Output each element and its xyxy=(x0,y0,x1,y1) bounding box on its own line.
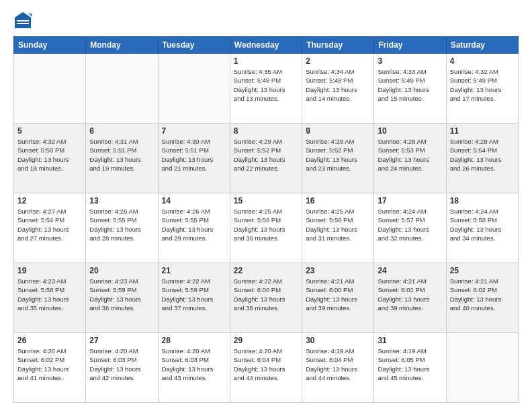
calendar-week-row: 1Sunrise: 4:35 AM Sunset: 5:48 PM Daylig… xyxy=(14,54,519,124)
day-info: Sunrise: 4:20 AM Sunset: 6:02 PM Dayligh… xyxy=(17,347,82,382)
calendar-cell: 23Sunrise: 4:21 AM Sunset: 6:00 PM Dayli… xyxy=(302,263,374,333)
calendar-cell: 16Sunrise: 4:25 AM Sunset: 5:56 PM Dayli… xyxy=(302,193,374,263)
calendar-cell: 7Sunrise: 4:30 AM Sunset: 5:51 PM Daylig… xyxy=(158,124,230,193)
calendar-cell: 4Sunrise: 4:32 AM Sunset: 5:49 PM Daylig… xyxy=(446,54,518,124)
day-number: 6 xyxy=(89,126,154,136)
calendar-cell: 2Sunrise: 4:34 AM Sunset: 5:48 PM Daylig… xyxy=(302,54,374,124)
day-number: 18 xyxy=(450,196,515,205)
day-info: Sunrise: 4:35 AM Sunset: 5:48 PM Dayligh… xyxy=(234,67,298,103)
calendar-week-row: 12Sunrise: 4:27 AM Sunset: 5:54 PM Dayli… xyxy=(14,193,519,263)
day-number: 21 xyxy=(162,266,226,275)
calendar-table: SundayMondayTuesdayWednesdayThursdayFrid… xyxy=(13,36,519,403)
day-number: 29 xyxy=(234,336,298,345)
day-number: 12 xyxy=(17,196,82,205)
svg-rect-2 xyxy=(17,20,29,21)
day-info: Sunrise: 4:20 AM Sunset: 6:03 PM Dayligh… xyxy=(89,347,154,382)
calendar-cell: 15Sunrise: 4:25 AM Sunset: 5:56 PM Dayli… xyxy=(230,193,302,263)
calendar-cell: 8Sunrise: 4:29 AM Sunset: 5:52 PM Daylig… xyxy=(230,124,302,193)
weekday-header-row: SundayMondayTuesdayWednesdayThursdayFrid… xyxy=(14,37,519,54)
day-number: 16 xyxy=(306,196,370,205)
day-info: Sunrise: 4:29 AM Sunset: 5:52 PM Dayligh… xyxy=(234,137,298,173)
day-number: 11 xyxy=(450,126,515,136)
day-info: Sunrise: 4:23 AM Sunset: 5:58 PM Dayligh… xyxy=(17,277,82,312)
day-number: 2 xyxy=(306,56,370,66)
calendar-cell: 1Sunrise: 4:35 AM Sunset: 5:48 PM Daylig… xyxy=(230,54,302,124)
calendar-cell: 31Sunrise: 4:19 AM Sunset: 6:05 PM Dayli… xyxy=(374,333,446,403)
calendar-week-row: 26Sunrise: 4:20 AM Sunset: 6:02 PM Dayli… xyxy=(14,333,519,403)
calendar-cell xyxy=(446,333,518,403)
day-info: Sunrise: 4:21 AM Sunset: 6:02 PM Dayligh… xyxy=(450,277,515,312)
calendar-cell: 20Sunrise: 4:23 AM Sunset: 5:59 PM Dayli… xyxy=(86,263,158,333)
day-number: 17 xyxy=(378,196,442,205)
day-info: Sunrise: 4:20 AM Sunset: 6:03 PM Dayligh… xyxy=(162,347,226,382)
weekday-header: Sunday xyxy=(14,37,86,54)
day-number: 8 xyxy=(234,126,298,136)
day-number: 28 xyxy=(162,336,226,345)
header xyxy=(13,11,519,30)
day-info: Sunrise: 4:21 AM Sunset: 6:00 PM Dayligh… xyxy=(306,277,370,312)
day-number: 22 xyxy=(234,266,298,275)
weekday-header: Monday xyxy=(86,37,158,54)
calendar-cell: 28Sunrise: 4:20 AM Sunset: 6:03 PM Dayli… xyxy=(158,333,230,403)
calendar-week-row: 19Sunrise: 4:23 AM Sunset: 5:58 PM Dayli… xyxy=(14,263,519,333)
weekday-header: Wednesday xyxy=(230,37,302,54)
weekday-header: Saturday xyxy=(446,37,518,54)
calendar-cell xyxy=(158,54,230,124)
day-info: Sunrise: 4:25 AM Sunset: 5:56 PM Dayligh… xyxy=(306,207,370,242)
day-number: 14 xyxy=(162,196,226,205)
day-info: Sunrise: 4:24 AM Sunset: 5:57 PM Dayligh… xyxy=(378,207,442,242)
day-number: 26 xyxy=(17,336,82,345)
day-number: 24 xyxy=(378,266,442,275)
calendar-cell xyxy=(86,54,158,124)
day-info: Sunrise: 4:28 AM Sunset: 5:54 PM Dayligh… xyxy=(450,137,515,173)
calendar-cell: 3Sunrise: 4:33 AM Sunset: 5:49 PM Daylig… xyxy=(374,54,446,124)
day-number: 5 xyxy=(17,126,82,136)
day-info: Sunrise: 4:20 AM Sunset: 6:04 PM Dayligh… xyxy=(234,347,298,382)
weekday-header: Thursday xyxy=(302,37,374,54)
day-number: 20 xyxy=(89,266,154,275)
calendar-cell: 5Sunrise: 4:32 AM Sunset: 5:50 PM Daylig… xyxy=(14,124,86,193)
calendar-cell: 30Sunrise: 4:19 AM Sunset: 6:04 PM Dayli… xyxy=(302,333,374,403)
calendar-cell: 26Sunrise: 4:20 AM Sunset: 6:02 PM Dayli… xyxy=(14,333,86,403)
day-number: 4 xyxy=(450,56,515,66)
day-number: 25 xyxy=(450,266,515,275)
day-info: Sunrise: 4:28 AM Sunset: 5:53 PM Dayligh… xyxy=(378,137,442,173)
calendar-cell: 10Sunrise: 4:28 AM Sunset: 5:53 PM Dayli… xyxy=(374,124,446,193)
day-number: 15 xyxy=(234,196,298,205)
day-info: Sunrise: 4:32 AM Sunset: 5:50 PM Dayligh… xyxy=(17,137,82,173)
calendar-week-row: 5Sunrise: 4:32 AM Sunset: 5:50 PM Daylig… xyxy=(14,124,519,193)
weekday-header: Tuesday xyxy=(158,37,230,54)
calendar-cell: 27Sunrise: 4:20 AM Sunset: 6:03 PM Dayli… xyxy=(86,333,158,403)
logo-icon xyxy=(13,11,32,30)
day-number: 23 xyxy=(306,266,370,275)
calendar-cell: 18Sunrise: 4:24 AM Sunset: 5:58 PM Dayli… xyxy=(446,193,518,263)
calendar-cell: 19Sunrise: 4:23 AM Sunset: 5:58 PM Dayli… xyxy=(14,263,86,333)
page: SundayMondayTuesdayWednesdayThursdayFrid… xyxy=(0,0,532,411)
day-info: Sunrise: 4:24 AM Sunset: 5:58 PM Dayligh… xyxy=(450,207,515,242)
day-info: Sunrise: 4:30 AM Sunset: 5:51 PM Dayligh… xyxy=(162,137,226,173)
day-info: Sunrise: 4:32 AM Sunset: 5:49 PM Dayligh… xyxy=(450,67,515,103)
calendar-cell: 9Sunrise: 4:29 AM Sunset: 5:52 PM Daylig… xyxy=(302,124,374,193)
calendar-cell: 17Sunrise: 4:24 AM Sunset: 5:57 PM Dayli… xyxy=(374,193,446,263)
weekday-header: Friday xyxy=(374,37,446,54)
day-number: 9 xyxy=(306,126,370,136)
day-info: Sunrise: 4:26 AM Sunset: 5:55 PM Dayligh… xyxy=(162,207,226,242)
day-info: Sunrise: 4:29 AM Sunset: 5:52 PM Dayligh… xyxy=(306,137,370,173)
calendar-cell: 6Sunrise: 4:31 AM Sunset: 5:51 PM Daylig… xyxy=(86,124,158,193)
day-info: Sunrise: 4:19 AM Sunset: 6:04 PM Dayligh… xyxy=(306,347,370,382)
day-number: 13 xyxy=(89,196,154,205)
day-info: Sunrise: 4:21 AM Sunset: 6:01 PM Dayligh… xyxy=(378,277,442,312)
calendar-cell: 13Sunrise: 4:26 AM Sunset: 5:55 PM Dayli… xyxy=(86,193,158,263)
day-info: Sunrise: 4:22 AM Sunset: 5:59 PM Dayligh… xyxy=(162,277,226,312)
day-info: Sunrise: 4:19 AM Sunset: 6:05 PM Dayligh… xyxy=(378,347,442,382)
day-info: Sunrise: 4:27 AM Sunset: 5:54 PM Dayligh… xyxy=(17,207,82,242)
day-number: 27 xyxy=(89,336,154,345)
calendar-cell: 21Sunrise: 4:22 AM Sunset: 5:59 PM Dayli… xyxy=(158,263,230,333)
logo xyxy=(13,11,35,30)
day-info: Sunrise: 4:34 AM Sunset: 5:48 PM Dayligh… xyxy=(306,67,370,103)
day-number: 31 xyxy=(378,336,442,345)
calendar-cell: 14Sunrise: 4:26 AM Sunset: 5:55 PM Dayli… xyxy=(158,193,230,263)
day-info: Sunrise: 4:22 AM Sunset: 6:00 PM Dayligh… xyxy=(234,277,298,312)
day-info: Sunrise: 4:26 AM Sunset: 5:55 PM Dayligh… xyxy=(89,207,154,242)
day-info: Sunrise: 4:25 AM Sunset: 5:56 PM Dayligh… xyxy=(234,207,298,242)
